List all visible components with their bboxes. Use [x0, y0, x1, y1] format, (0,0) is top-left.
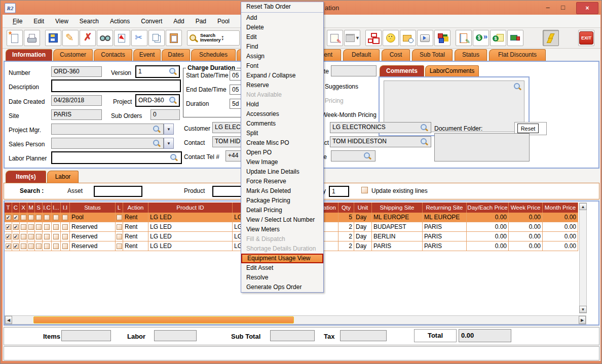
customer-lookup-icon[interactable]	[420, 124, 428, 132]
checkbox-unchecked[interactable]	[36, 234, 42, 239]
copy-lines-button[interactable]	[114, 30, 130, 46]
edit-button[interactable]	[62, 30, 79, 46]
minimize-button[interactable]: –	[542, 3, 554, 12]
asset-input[interactable]	[94, 186, 142, 197]
context-menu-item-expand-collapse[interactable]: Expand / Collapse	[241, 71, 323, 80]
contact-lookup-icon[interactable]	[420, 138, 428, 146]
context-menu-item-force-reserve[interactable]: Force Reserve	[241, 177, 323, 186]
checkbox-checked[interactable]: ✓	[6, 215, 11, 220]
sales-person-lookup-icon[interactable]	[153, 139, 161, 147]
sales-person-field[interactable]	[51, 138, 164, 149]
date-created-field[interactable]: 04/28/2018	[51, 95, 102, 106]
checkbox-unchecked[interactable]	[53, 215, 59, 220]
vertical-scrollbar[interactable]	[579, 203, 587, 313]
checkbox-unchecked[interactable]	[53, 224, 59, 230]
checkbox-unchecked[interactable]	[117, 234, 122, 239]
checkbox-checked[interactable]: ✓	[13, 224, 19, 230]
checkbox-unchecked[interactable]	[21, 244, 26, 249]
tab-dates[interactable]: Dates	[162, 49, 190, 61]
menubar-search[interactable]: Search	[74, 18, 104, 25]
context-menu-item-find[interactable]: Find	[241, 42, 323, 52]
column-header-qty[interactable]: Qty	[338, 203, 354, 213]
checkbox-unchecked[interactable]	[28, 234, 34, 239]
tab-information[interactable]: Information	[6, 49, 52, 61]
context-menu-item-assign[interactable]: Assign	[241, 52, 323, 61]
context-menu-item-split[interactable]: Split	[241, 129, 323, 138]
checkbox-unchecked[interactable]	[36, 244, 42, 249]
reset-button[interactable]: Reset	[517, 124, 539, 133]
customer-name-field[interactable]: LG ELECTRONICS	[330, 122, 431, 133]
checkbox-checked[interactable]: ✓	[6, 234, 11, 239]
context-menu-item-update-line-details[interactable]: Update Line Details	[241, 167, 323, 177]
context-menu-item-detail-pricing[interactable]: Detail Pricing	[241, 206, 323, 215]
project-mgr-dropdown[interactable]: ▼	[164, 124, 174, 135]
column-header-week-price[interactable]: Week Price	[509, 203, 543, 213]
tab-comments[interactable]: Comments	[380, 65, 424, 76]
flash-button[interactable]	[543, 30, 559, 46]
context-menu-item-view-image[interactable]: View Image	[241, 157, 323, 167]
tab-labor-comments[interactable]: LaborComments	[425, 65, 479, 76]
tab-schedules[interactable]: Schedules	[191, 49, 236, 61]
menubar-edit[interactable]: Edit	[28, 18, 49, 25]
checkbox-unchecked[interactable]	[36, 224, 42, 230]
version-lookup-icon[interactable]	[169, 67, 177, 75]
context-menu-item-resolve[interactable]: Resolve	[241, 273, 323, 282]
update-existing-lines-checkbox[interactable]	[361, 187, 368, 193]
cubes-button[interactable]	[434, 30, 450, 46]
checkbox-unchecked[interactable]	[53, 234, 59, 239]
column-header-product-id[interactable]: Product ID	[148, 203, 233, 213]
checkbox-unchecked[interactable]	[117, 215, 122, 220]
truck-button[interactable]	[507, 30, 523, 46]
context-menu-item-accessories[interactable]: Accessories	[241, 109, 323, 119]
checkbox-unchecked[interactable]	[117, 244, 122, 249]
smiley-button[interactable]	[383, 30, 399, 46]
checkbox-unchecked[interactable]	[28, 215, 34, 220]
checkbox-checked[interactable]: ✓	[6, 244, 11, 249]
checkbox-unchecked[interactable]	[117, 224, 122, 230]
column-header-unit[interactable]: Unit	[354, 203, 372, 213]
menubar-pad[interactable]: Pad	[191, 18, 211, 25]
qty-input[interactable]: 1	[329, 186, 349, 197]
column-header-i-[interactable]: I...	[52, 203, 61, 213]
double-dropdown-icon[interactable]: ▾▾	[222, 35, 224, 41]
print-button[interactable]	[24, 30, 40, 46]
checkbox-unchecked[interactable]	[21, 215, 26, 220]
tab-contacts[interactable]: Contacts	[94, 49, 132, 61]
horizontal-scrollbar-thumb[interactable]	[33, 316, 294, 323]
context-menu-item-edit-asset[interactable]: Edit Asset	[241, 263, 323, 273]
horizontal-scrollbar[interactable]	[5, 315, 586, 325]
column-header-month-price[interactable]: Month Price	[543, 203, 578, 213]
checkbox-checked[interactable]: ✓	[13, 234, 19, 239]
folder-clock-button[interactable]	[400, 30, 416, 46]
project-mgr-lookup-icon[interactable]	[153, 125, 161, 133]
column-header-day-each-price[interactable]: Day/Each Price	[467, 203, 509, 213]
tab-customer[interactable]: Customer	[53, 49, 93, 61]
context-menu-item-hold[interactable]: Hold	[241, 100, 323, 109]
checkbox-checked[interactable]: ✓	[13, 215, 19, 220]
menubar-convert[interactable]: Convert	[136, 18, 167, 25]
context-menu-item-open-po[interactable]: Open PO	[241, 148, 323, 157]
tab-status[interactable]: Status	[455, 49, 487, 61]
keyboard-button[interactable]	[417, 30, 433, 46]
number-field[interactable]: ORD-360	[51, 66, 102, 77]
menubar-pool[interactable]: Pool	[212, 18, 235, 25]
scroll-right-button[interactable]: ▶	[579, 316, 586, 324]
context-menu-item-reserve[interactable]: Reserve	[241, 80, 323, 90]
column-header-x[interactable]: X	[20, 203, 27, 213]
labor-planner-field[interactable]	[51, 151, 182, 164]
project-lookup-icon[interactable]	[169, 96, 177, 104]
tab-event[interactable]: Event	[133, 49, 161, 61]
checkbox-unchecked[interactable]	[44, 244, 50, 249]
column-header-status[interactable]: Status	[70, 203, 116, 213]
checkbox-checked[interactable]: ✓	[6, 224, 11, 230]
checkbox-unchecked[interactable]	[53, 244, 59, 249]
context-menu-item-font[interactable]: Font	[241, 61, 323, 71]
delete-button[interactable]	[80, 30, 96, 46]
checkbox-checked[interactable]: ✓	[13, 244, 19, 249]
column-header-shipping-site[interactable]: Shipping Site	[372, 203, 423, 213]
site-field[interactable]: PARIS	[51, 109, 102, 120]
context-menu-item-equipment-usage-view[interactable]: Equipment Usage View	[241, 254, 323, 263]
site-lookup-icon[interactable]	[363, 152, 371, 160]
maximize-button[interactable]: □	[557, 3, 569, 12]
tab-items[interactable]: Item(s)	[6, 171, 46, 183]
